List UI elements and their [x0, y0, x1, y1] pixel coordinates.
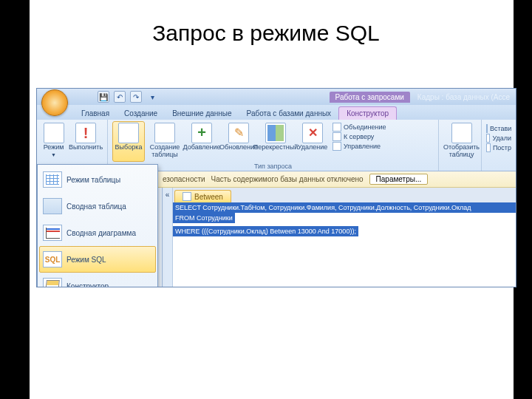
group-rowops: Встави Удали Постр	[482, 120, 516, 171]
access-window: 💾 ↶ ↷ ▾ Работа с запросами Кадры : база …	[36, 88, 516, 287]
slide: Запрос в режиме SQL 💾 ↶ ↷ ▾ Работа с зап…	[0, 0, 532, 399]
ribbon: Режим ▼ Выполнить Результаты Выборка	[37, 120, 516, 171]
append-button[interactable]: Добавление	[185, 121, 219, 162]
showtable-label: Отобразить таблицу	[443, 144, 480, 159]
passthrough-icon	[332, 132, 341, 141]
tab-design[interactable]: Конструктор	[338, 106, 397, 120]
doc-tab-between[interactable]: Between	[174, 190, 231, 202]
view-design-label: Конструктор	[66, 282, 109, 288]
sql-line-2: FROM Сотрудники	[173, 213, 235, 223]
qat-more-icon[interactable]: ▾	[146, 91, 158, 103]
view-pivottable-label: Сводная таблица	[66, 202, 126, 211]
builder-icon	[486, 143, 491, 152]
decor-left	[0, 0, 30, 399]
crosstab-icon	[265, 123, 286, 143]
crosstab-label: Перекрестный	[253, 144, 299, 151]
document-tabs: Between	[173, 188, 516, 202]
sql-line-3: WHERE (((Сотрудники.Оклад) Between 13000…	[173, 226, 358, 236]
title-area: Работа с запросами Кадры : база данных (…	[330, 92, 510, 103]
collapse-icon: «	[166, 191, 170, 199]
maketable-button[interactable]: Создание таблицы	[148, 121, 182, 162]
append-icon	[191, 123, 212, 143]
del-label: Удали	[492, 134, 511, 142]
sql-view-icon: SQL	[43, 251, 62, 267]
delete-label: Удаление	[298, 144, 328, 151]
sql-line-1: SELECT Сотрудники.ТабНом, Сотрудники.Фам…	[173, 202, 516, 213]
navpane-collapse[interactable]: «	[163, 188, 173, 287]
view-sql-label: Режим SQL	[66, 256, 106, 264]
tab-home[interactable]: Главная	[74, 107, 117, 120]
view-pivotchart[interactable]: Сводная диаграмма	[39, 219, 156, 246]
undo-icon[interactable]: ↶	[114, 91, 126, 103]
update-icon	[228, 123, 249, 143]
build-label: Постр	[493, 144, 511, 151]
contextual-tab-label: Работа с запросами	[330, 92, 410, 103]
security-options-button[interactable]: Параметры...	[369, 174, 429, 185]
view-sql[interactable]: SQL Режим SQL	[39, 246, 156, 273]
view-datasheet-label: Режим таблицы	[66, 176, 120, 184]
delete-row-button[interactable]: Удали	[486, 134, 511, 143]
delete-button[interactable]: Удаление	[296, 121, 330, 162]
select-icon	[118, 123, 139, 143]
showtable-button[interactable]: Отобразить таблицу	[443, 121, 480, 162]
insert-row-icon	[486, 124, 488, 133]
group-querytype: Выборка Создание таблицы Добавление Обно…	[108, 120, 439, 171]
maketable-icon	[154, 123, 175, 143]
delete-icon	[302, 123, 323, 143]
update-button[interactable]: Обновление	[222, 121, 256, 162]
pivotchart-icon	[43, 225, 62, 241]
ddl-icon	[332, 142, 341, 151]
security-label: езопасности	[163, 175, 205, 183]
update-label: Обновление	[219, 144, 258, 151]
union-label: Объединение	[344, 123, 386, 131]
tab-create[interactable]: Создание	[117, 107, 165, 120]
view-dropdown-menu: Режим таблицы Сводная таблица Сводная ди…	[37, 164, 158, 287]
crosstab-button[interactable]: Перекрестный	[259, 121, 293, 162]
ddl-label: Управление	[344, 143, 381, 150]
special-queries: Объединение К серверу Управление	[332, 121, 386, 162]
view-label: Режим	[44, 144, 64, 151]
doc-tab-label: Between	[194, 193, 223, 201]
union-button[interactable]: Объединение	[332, 123, 386, 132]
ribbon-tabs: Главная Создание Внешние данные Работа с…	[37, 105, 516, 120]
view-pivottable[interactable]: Сводная таблица	[39, 193, 156, 219]
chevron-down-icon: ▼	[51, 152, 56, 158]
security-msg: Часть содержимого базы данных отключено	[211, 175, 364, 183]
group-type-label: Тип запроса	[112, 162, 434, 171]
design-view-icon	[43, 278, 62, 287]
view-datasheet[interactable]: Режим таблицы	[39, 166, 156, 193]
passthrough-button[interactable]: К серверу	[332, 132, 386, 141]
slide-title: Запрос в режиме SQL	[0, 0, 532, 59]
redo-icon[interactable]: ↷	[130, 91, 142, 103]
office-button[interactable]	[41, 89, 68, 116]
datasheet-icon	[44, 123, 64, 143]
group-showtable: Отобразить таблицу	[439, 120, 482, 171]
view-design[interactable]: Конструктор	[39, 273, 156, 287]
group-results: Режим ▼ Выполнить Результаты	[37, 120, 108, 171]
view-pivotchart-label: Сводная диаграмма	[66, 229, 136, 237]
query-icon	[183, 192, 191, 201]
select-query-button[interactable]: Выборка	[112, 121, 145, 162]
datasheet-view-icon	[43, 171, 62, 188]
maketable-label: Создание таблицы	[148, 144, 182, 159]
window-title: Кадры : база данных (Acce	[417, 93, 510, 101]
tab-dbtools[interactable]: Работа с базами данных	[239, 107, 339, 120]
union-icon	[332, 123, 341, 132]
document-area: Between SELECT Сотрудники.ТабНом, Сотруд…	[173, 188, 516, 287]
showtable-icon	[451, 123, 472, 143]
ddl-button[interactable]: Управление	[332, 142, 386, 151]
insert-row-button[interactable]: Встави	[486, 124, 511, 133]
append-label: Добавление	[183, 144, 221, 151]
run-icon	[75, 123, 96, 143]
save-icon[interactable]: 💾	[98, 91, 109, 103]
view-button[interactable]: Режим ▼	[41, 121, 66, 162]
run-button[interactable]: Выполнить	[69, 121, 103, 162]
sql-editor[interactable]: SELECT Сотрудники.ТабНом, Сотрудники.Фам…	[173, 202, 516, 287]
quick-access-toolbar: 💾 ↶ ↷ ▾	[98, 91, 158, 103]
builder-button[interactable]: Постр	[486, 143, 511, 152]
tab-external[interactable]: Внешние данные	[165, 107, 239, 120]
titlebar: 💾 ↶ ↷ ▾ Работа с запросами Кадры : база …	[37, 89, 516, 105]
delete-row-icon	[486, 134, 490, 143]
pivottable-icon	[43, 198, 62, 214]
select-label: Выборка	[115, 144, 143, 151]
